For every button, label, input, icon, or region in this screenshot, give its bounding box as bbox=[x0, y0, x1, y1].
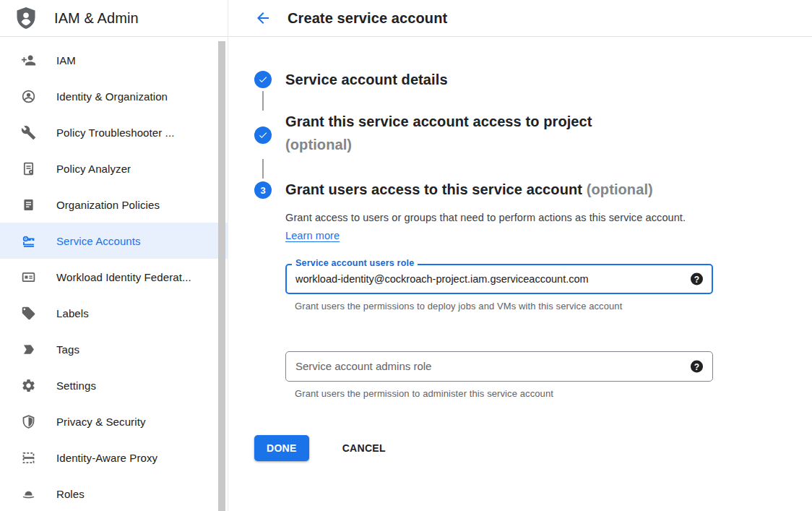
hat-icon bbox=[20, 486, 36, 502]
step-2-title: Grant this service account access to pro… bbox=[285, 110, 647, 156]
sidebar-title: IAM & Admin bbox=[54, 10, 139, 27]
sidebar-item-settings[interactable]: Settings bbox=[0, 367, 228, 403]
step-connector bbox=[262, 91, 264, 111]
shield-half-icon bbox=[20, 413, 36, 429]
step-1-title: Service account details bbox=[285, 71, 448, 88]
step-2-title-text: Grant this service account access to pro… bbox=[285, 113, 592, 129]
sidebar-item-tags[interactable]: Tags bbox=[0, 331, 228, 367]
step-3-title: Grant users access to this service accou… bbox=[285, 179, 653, 200]
card-icon bbox=[20, 269, 36, 285]
arrow-back-icon bbox=[254, 9, 272, 27]
users-role-help-icon[interactable]: ? bbox=[691, 273, 703, 285]
sidebar-header: IAM & Admin bbox=[0, 0, 228, 37]
sidebar-item-policy-troubleshooter[interactable]: Policy Troubleshooter ... bbox=[0, 114, 228, 150]
sidebar-item-roles[interactable]: Roles bbox=[0, 476, 228, 511]
step-3-row: 3 Grant users access to this service acc… bbox=[254, 181, 812, 200]
document-lines-icon bbox=[20, 197, 36, 212]
page-header: Create service account bbox=[228, 0, 812, 37]
step-3-title-text: Grant users access to this service accou… bbox=[285, 181, 582, 197]
step-3-description: Grant access to users or groups that nee… bbox=[285, 209, 690, 245]
step-3-description-text: Grant access to users or groups that nee… bbox=[285, 212, 686, 223]
iam-shield-logo-icon bbox=[15, 6, 37, 30]
step-1-complete-check-icon bbox=[254, 71, 272, 88]
admins-role-input[interactable] bbox=[285, 351, 713, 382]
admins-role-field: ? bbox=[285, 351, 713, 382]
sidebar-item-workload-identity-federat[interactable]: Workload Identity Federat... bbox=[0, 259, 228, 295]
service-account-key-icon bbox=[20, 233, 36, 249]
tag-arrow-icon bbox=[20, 341, 36, 357]
sidebar-scrollbar[interactable] bbox=[218, 41, 225, 511]
person-add-icon bbox=[20, 52, 36, 68]
sidebar-nav: IAM Identity & Organization Policy Troub… bbox=[0, 37, 228, 511]
step-2-optional-label: (optional) bbox=[285, 137, 352, 153]
step-3-optional-label: (optional) bbox=[587, 181, 653, 197]
wizard-content: Service account details Grant this servi… bbox=[228, 37, 812, 461]
sidebar-item-identity-aware-proxy[interactable]: Identity-Aware Proxy bbox=[0, 439, 228, 476]
main-panel: Create service account Service account d… bbox=[228, 0, 812, 511]
action-buttons: DONE CANCEL bbox=[254, 435, 812, 461]
step-3-body: Grant access to users or groups that nee… bbox=[285, 209, 812, 399]
step-3-number-badge: 3 bbox=[254, 181, 272, 199]
step-2-row: Grant this service account access to pro… bbox=[254, 113, 812, 156]
step-1-row: Service account details bbox=[254, 71, 812, 88]
admins-role-helper-text: Grant users the permission to administer… bbox=[295, 388, 812, 399]
admins-role-help-icon[interactable]: ? bbox=[691, 361, 703, 373]
sidebar-item-identity-organization[interactable]: Identity & Organization bbox=[0, 78, 228, 114]
cancel-button[interactable]: CANCEL bbox=[334, 435, 394, 461]
step-2-complete-check-icon bbox=[254, 126, 272, 144]
sidebar-item-organization-policies[interactable]: Organization Policies bbox=[0, 186, 228, 223]
person-circle-icon bbox=[20, 88, 36, 104]
step-connector bbox=[262, 159, 264, 179]
wrench-icon bbox=[20, 124, 36, 140]
users-role-field: Service account users role ? bbox=[285, 264, 713, 294]
sidebar-item-service-accounts[interactable]: Service Accounts bbox=[0, 223, 228, 259]
learn-more-link[interactable]: Learn more bbox=[285, 230, 340, 241]
page-title: Create service account bbox=[288, 10, 447, 27]
sidebar-item-iam[interactable]: IAM bbox=[0, 42, 228, 78]
sidebar-item-policy-analyzer[interactable]: Policy Analyzer bbox=[0, 150, 228, 186]
proxy-icon bbox=[20, 450, 36, 465]
sidebar-item-privacy-security[interactable]: Privacy & Security bbox=[0, 403, 228, 439]
users-role-helper-text: Grant users the permissions to deploy jo… bbox=[295, 301, 812, 312]
sidebar: IAM & Admin IAM Identity & Organization … bbox=[0, 0, 228, 511]
users-role-field-label: Service account users role bbox=[292, 258, 418, 269]
label-icon bbox=[20, 305, 36, 321]
back-button[interactable] bbox=[254, 9, 272, 27]
sidebar-item-labels[interactable]: Labels bbox=[0, 295, 228, 331]
gear-icon bbox=[20, 377, 36, 393]
document-gear-icon bbox=[20, 160, 36, 176]
done-button[interactable]: DONE bbox=[254, 435, 309, 461]
